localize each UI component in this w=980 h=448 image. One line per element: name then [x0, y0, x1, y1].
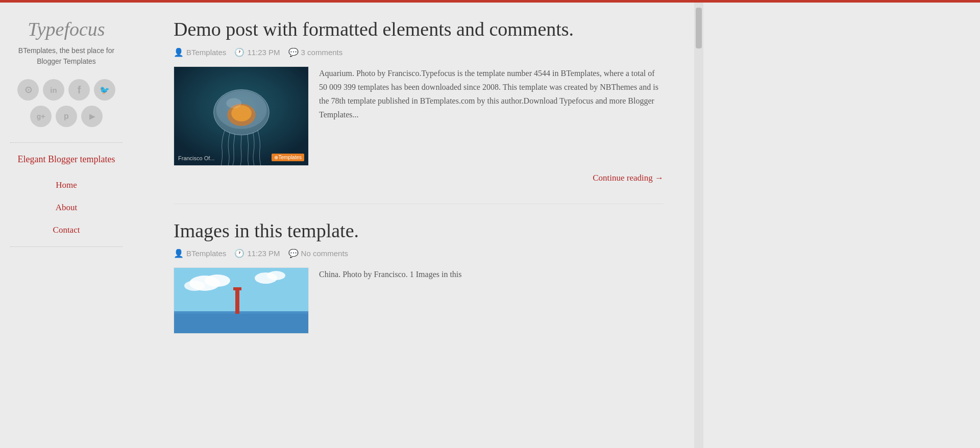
post-2-excerpt: China. Photo by Francisco. 1 Images in t… [319, 267, 462, 281]
svg-point-6 [226, 98, 241, 108]
post-2: Images in this template. 👤 BTemplates 🕐 … [174, 219, 664, 334]
googleplus-icon[interactable]: g+ [30, 106, 52, 127]
sidebar-navigation: Home About Contact [10, 174, 122, 241]
post-2-comments: 💬 No comments [288, 248, 349, 258]
author-name-2: BTemplates [186, 249, 226, 258]
clock-icon: 🕐 [234, 47, 244, 57]
post-1-author: 👤 BTemplates [174, 47, 226, 57]
social-icons-row1: ⊙ in f 🐦 [10, 79, 122, 101]
post-2-title[interactable]: Images in this template. [174, 219, 664, 243]
comment-icon-2: 💬 [288, 248, 299, 258]
nav-item-about[interactable]: About [10, 196, 122, 219]
post-1-excerpt: Aquarium. Photo by Francisco.Typefocus i… [319, 66, 664, 122]
continue-reading-link[interactable]: Continue reading → [174, 173, 664, 183]
post-1-title[interactable]: Demo post with formatted elements and co… [174, 18, 664, 41]
post-1-comments: 💬 3 comments [288, 47, 343, 57]
post-1-body: Francisco Of... ⊕Templates Aquarium. Pho… [174, 66, 664, 166]
facebook-icon[interactable]: f [68, 79, 90, 101]
site-tagline: BTemplates, the best place for Blogger T… [10, 45, 122, 67]
nav-item-contact[interactable]: Contact [10, 219, 122, 241]
svg-point-9 [205, 275, 230, 287]
svg-rect-14 [235, 288, 239, 314]
github-icon[interactable]: ⊙ [17, 79, 39, 101]
post-1-image-svg [174, 67, 308, 165]
comment-icon: 💬 [288, 47, 299, 57]
author-icon-2: 👤 [174, 248, 184, 258]
image-watermark: Francisco Of... [178, 155, 215, 161]
post-time: 11:23 PM [247, 48, 280, 57]
post-2-time: 🕐 11:23 PM [234, 248, 280, 258]
sidebar-divider-2 [10, 246, 122, 247]
main-content: Demo post with formatted elements and co… [133, 3, 694, 448]
svg-rect-16 [174, 314, 309, 334]
youtube-icon[interactable]: ▶ [81, 106, 103, 127]
svg-point-10 [184, 281, 205, 291]
author-name: BTemplates [186, 48, 226, 57]
author-icon: 👤 [174, 47, 184, 57]
twitter-icon[interactable]: 🐦 [94, 79, 115, 101]
linkedin-icon[interactable]: in [43, 79, 64, 101]
post-2-author: 👤 BTemplates [174, 248, 226, 258]
svg-rect-7 [174, 268, 309, 314]
nav-item-home[interactable]: Home [10, 174, 122, 196]
comment-count: 3 comments [301, 48, 343, 57]
comment-count-2: No comments [301, 249, 349, 258]
social-icons-row2: g+ p ▶ [30, 106, 103, 127]
sidebar-section-title: Elegant Blogger templates [18, 153, 115, 166]
site-logo: Typefocus [28, 18, 105, 40]
pinterest-icon[interactable]: p [56, 106, 77, 127]
post-divider [174, 204, 664, 204]
post-1-image: Francisco Of... ⊕Templates [174, 66, 309, 166]
sidebar-divider-1 [10, 142, 122, 143]
post-1-meta: 👤 BTemplates 🕐 11:23 PM 💬 3 comments [174, 47, 664, 57]
image-badge: ⊕Templates [272, 154, 304, 161]
sidebar: Typefocus BTemplates, the best place for… [0, 3, 133, 448]
post-1-time: 🕐 11:23 PM [234, 47, 280, 57]
scrollbar-thumb[interactable] [696, 8, 702, 48]
post-2-body: China. Photo by Francisco. 1 Images in t… [174, 267, 664, 334]
svg-rect-15 [233, 287, 241, 290]
svg-point-12 [267, 271, 285, 280]
post-2-image [174, 267, 309, 334]
post-time-2: 11:23 PM [247, 249, 280, 258]
post-2-image-svg [174, 268, 309, 334]
scrollbar[interactable] [694, 3, 703, 448]
post-2-meta: 👤 BTemplates 🕐 11:23 PM 💬 No comments [174, 248, 664, 258]
clock-icon-2: 🕐 [234, 248, 244, 258]
post-1: Demo post with formatted elements and co… [174, 18, 664, 183]
